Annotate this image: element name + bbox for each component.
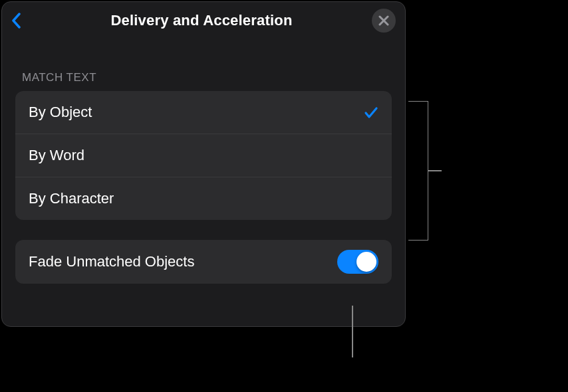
callout-line	[428, 170, 442, 171]
match-text-option-list: By Object By Word By Character	[15, 91, 392, 220]
close-button[interactable]	[372, 9, 396, 33]
checkmark-icon	[364, 105, 378, 120]
popover-header: Delivery and Acceleration	[2, 2, 405, 39]
option-label: By Word	[29, 147, 84, 164]
settings-popover: Delivery and Acceleration MATCH TEXT By …	[1, 1, 406, 327]
match-text-option-by-object[interactable]: By Object	[15, 91, 392, 134]
callout-bracket	[408, 101, 428, 241]
toggle-knob	[356, 252, 376, 272]
option-label: By Character	[29, 190, 114, 207]
back-button[interactable]	[11, 11, 31, 31]
match-text-section-header: MATCH TEXT	[15, 39, 392, 91]
option-label: By Object	[29, 104, 92, 121]
fade-unmatched-group: Fade Unmatched Objects	[15, 240, 392, 284]
callout-line	[352, 306, 353, 357]
popover-content: MATCH TEXT By Object By Word By Characte…	[2, 39, 405, 284]
match-text-option-by-character[interactable]: By Character	[15, 177, 392, 220]
fade-unmatched-row: Fade Unmatched Objects	[15, 240, 392, 284]
fade-unmatched-label: Fade Unmatched Objects	[29, 253, 194, 270]
chevron-left-icon	[11, 13, 21, 29]
popover-title: Delivery and Acceleration	[110, 12, 292, 29]
fade-unmatched-toggle[interactable]	[337, 250, 378, 274]
close-icon	[378, 15, 389, 26]
match-text-option-by-word[interactable]: By Word	[15, 134, 392, 177]
